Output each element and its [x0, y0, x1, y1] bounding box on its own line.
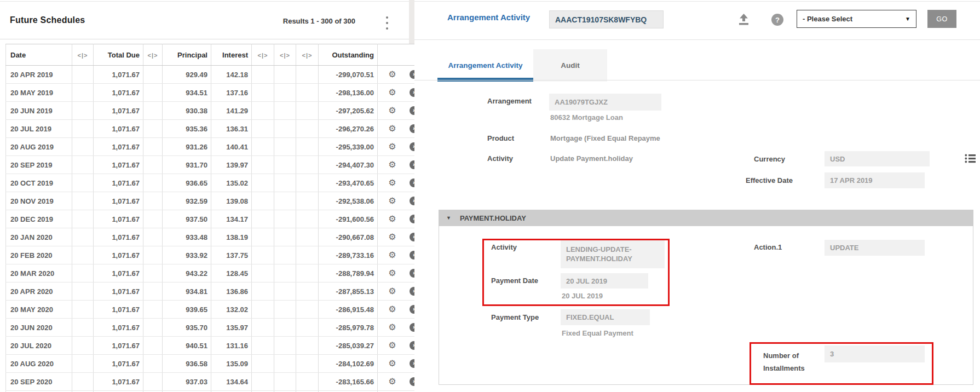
spacer-cell: [252, 228, 274, 246]
gear-icon[interactable]: ⚙: [388, 305, 396, 314]
spacer-cell: [143, 264, 163, 283]
tab-audit[interactable]: Audit: [533, 49, 607, 82]
spacer-cell: [252, 138, 274, 156]
future-schedules-panel: Future Schedules Results 1 - 300 of 300 …: [0, 0, 409, 392]
spacer-cell: [143, 156, 163, 174]
table-row[interactable]: 20 SEP 2019 1,071.67 931.70 139.97 -294,…: [6, 156, 429, 174]
principal-cell: 929.49: [163, 66, 211, 84]
principal-cell: 940.51: [163, 337, 211, 355]
go-button[interactable]: GO: [927, 10, 956, 28]
date-cell: 20 MAR 2020: [6, 264, 72, 283]
header-divider: [414, 39, 980, 40]
column-resize-handle-icon[interactable]: <|>: [72, 44, 94, 66]
spacer-cell: [274, 192, 296, 210]
date-cell: 20 JAN 2020: [6, 228, 72, 246]
spacer-cell: [72, 264, 94, 283]
gear-icon[interactable]: ⚙: [388, 197, 396, 205]
activity-value: Update Payment.holiday: [550, 154, 633, 163]
gear-icon[interactable]: ⚙: [388, 323, 396, 332]
gear-icon[interactable]: ⚙: [388, 124, 396, 133]
table-row[interactable]: 20 AUG 2019 1,071.67 931.26 140.41 -295,…: [6, 138, 429, 156]
spacer-cell: [296, 283, 319, 301]
table-row[interactable]: 20 OCT 2019 1,071.67 936.65 135.02 -293,…: [6, 174, 429, 192]
gear-icon[interactable]: ⚙: [388, 215, 396, 223]
arrangement-activity-panel: Arrangement Activity AAACT19107SK8WFYBQ …: [414, 0, 980, 392]
currency-value-field: USD: [825, 151, 930, 166]
gear-icon[interactable]: ⚙: [388, 160, 396, 169]
spacer-cell: [143, 246, 163, 264]
table-row[interactable]: 20 DEC 2019 1,071.67 937.50 134.17 -291,…: [6, 210, 429, 228]
interest-cell: 134.64: [211, 373, 252, 391]
table-row[interactable]: 20 MAR 2020 1,071.67 943.22 128.45 -288,…: [6, 264, 429, 283]
column-resize-handle-icon[interactable]: <|>: [274, 44, 296, 66]
spacer-cell: [143, 174, 163, 192]
spacer-cell: [252, 246, 274, 264]
currency-label: Currency: [754, 155, 785, 163]
gear-icon[interactable]: ⚙: [388, 287, 396, 296]
date-cell: 20 FEB 2020: [6, 246, 72, 264]
gear-icon[interactable]: ⚙: [388, 178, 396, 187]
spacer-cell: [143, 319, 163, 337]
help-icon[interactable]: ?: [771, 14, 783, 26]
table-row[interactable]: 20 JUN 2019 1,071.67 930.38 141.29 -297,…: [6, 102, 429, 120]
table-row[interactable]: 20 FEB 2020 1,071.67 933.92 137.75 -289,…: [6, 246, 429, 264]
table-row[interactable]: 20 JUL 2020 1,071.67 940.51 131.16 -285,…: [6, 337, 429, 355]
payment-holiday-section-header[interactable]: ▼ PAYMENT.HOLIDAY: [439, 210, 973, 226]
payment-type-label: Payment Type: [491, 313, 539, 321]
spacer-cell: [72, 120, 94, 138]
spacer-cell: [72, 228, 94, 246]
gear-icon[interactable]: ⚙: [388, 359, 396, 368]
spacer-cell: [72, 210, 94, 228]
upload-icon[interactable]: [737, 13, 750, 28]
arrangement-activity-id-field[interactable]: AAACT19107SK8WFYBQ: [549, 10, 664, 28]
table-row[interactable]: 20 APR 2020 1,071.67 934.81 136.86 -287,…: [6, 283, 429, 301]
table-row[interactable]: 20 SEP 2020 1,071.67 937.03 134.64 -283,…: [6, 373, 429, 391]
effective-date-value-field: 17 APR 2019: [825, 172, 925, 188]
gear-icon[interactable]: ⚙: [388, 142, 396, 151]
list-lookup-icon[interactable]: [965, 154, 976, 165]
interest-cell: 140.41: [211, 138, 252, 156]
interest-cell: 137.75: [211, 246, 252, 264]
spacer-cell: [274, 373, 296, 391]
column-header-total-due[interactable]: Total Due: [94, 44, 143, 66]
arrangement-label: Arrangement: [487, 97, 532, 105]
tab-arrangement-activity[interactable]: Arrangement Activity: [437, 49, 533, 82]
spacer-cell: [72, 156, 94, 174]
spacer-cell: [274, 156, 296, 174]
gear-icon[interactable]: ⚙: [388, 341, 396, 350]
panel-top-border: [0, 1, 409, 2]
spacer-cell: [143, 192, 163, 210]
arrangement-value-field: AA19079TGJXZ: [549, 94, 661, 111]
gear-icon[interactable]: ⚙: [388, 269, 396, 278]
column-header-principal[interactable]: Principal: [163, 44, 211, 66]
table-row[interactable]: 20 MAY 2019 1,071.67 934.51 137.16 -298,…: [6, 84, 429, 102]
action-select-dropdown[interactable]: - Please Select ▼: [797, 10, 916, 28]
column-header-date[interactable]: Date: [6, 44, 72, 66]
outstanding-cell: -288,789.94: [319, 264, 378, 283]
outstanding-cell: -299,070.51: [319, 66, 378, 84]
gear-icon[interactable]: ⚙: [388, 88, 396, 97]
table-row[interactable]: 20 MAY 2020 1,071.67 939.65 132.02 -286,…: [6, 301, 429, 319]
gear-icon[interactable]: ⚙: [388, 106, 396, 115]
table-row[interactable]: 20 APR 2019 1,071.67 929.49 142.18 -299,…: [6, 66, 429, 84]
spacer-cell: [296, 246, 319, 264]
table-row[interactable]: 20 JUN 2020 1,071.67 935.70 135.97 -285,…: [6, 319, 429, 337]
gear-icon[interactable]: ⚙: [388, 233, 396, 241]
table-row[interactable]: 20 AUG 2020 1,071.67 936.58 135.09 -284,…: [6, 355, 429, 373]
total-due-cell: 1,071.67: [94, 156, 143, 174]
column-resize-handle-icon[interactable]: <|>: [296, 44, 319, 66]
spacer-cell: [274, 264, 296, 283]
gear-icon[interactable]: ⚙: [388, 70, 396, 79]
column-header-interest[interactable]: Interest: [211, 44, 252, 66]
spacer-cell: [72, 66, 94, 84]
kebab-menu-icon[interactable]: [383, 15, 391, 31]
column-resize-handle-icon[interactable]: <|>: [252, 44, 274, 66]
table-row[interactable]: 20 NOV 2019 1,071.67 932.59 139.08 -292,…: [6, 192, 429, 210]
column-resize-handle-icon[interactable]: <|>: [143, 44, 163, 66]
gear-icon[interactable]: ⚙: [388, 251, 396, 260]
table-row[interactable]: 20 JUL 2019 1,071.67 935.36 136.31 -296,…: [6, 120, 429, 138]
gear-icon[interactable]: ⚙: [388, 377, 396, 386]
table-row[interactable]: 20 JAN 2020 1,071.67 933.48 138.19 -290,…: [6, 228, 429, 246]
column-header-outstanding[interactable]: Outstanding: [319, 44, 378, 66]
total-due-cell: 1,071.67: [94, 283, 143, 301]
